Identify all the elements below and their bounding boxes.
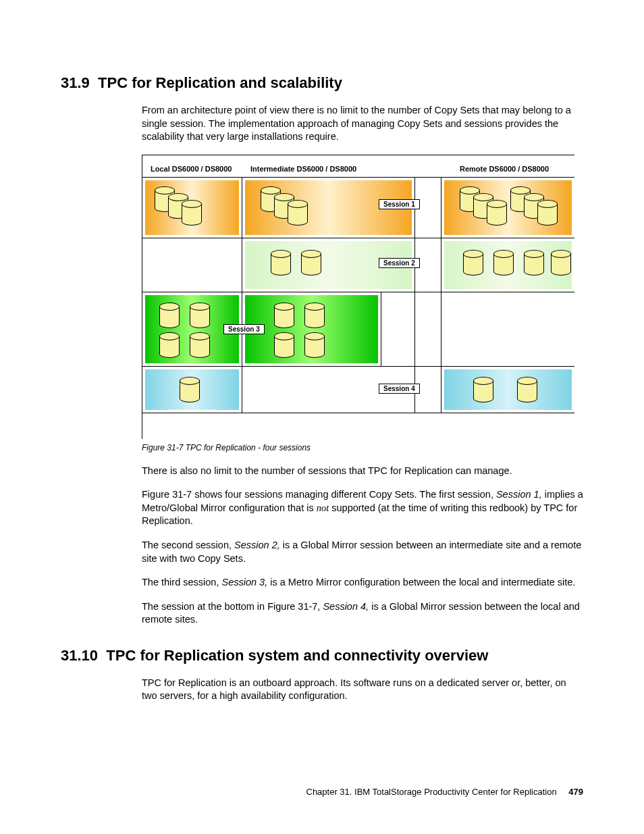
paragraph: From an architecture point of view there… <box>61 104 583 144</box>
session-4-label: Session 4 <box>379 384 420 394</box>
cylinder-icon <box>190 303 210 328</box>
cylinder-icon <box>493 250 514 276</box>
paragraph: There is also no limit to the number of … <box>61 465 583 478</box>
section-heading-31-9: 31.9 TPC for Replication and scalability <box>61 74 583 92</box>
column-header-intermediate: Intermediate DS6000 / DS8000 <box>250 165 356 173</box>
section-title: TPC for Replication and scalability <box>98 74 342 91</box>
cylinder-icon <box>537 200 558 226</box>
cylinder-icon <box>524 250 544 276</box>
session-row-1 <box>142 177 574 238</box>
cylinder-icon <box>190 332 210 358</box>
cylinder-icon <box>271 250 291 276</box>
cylinder-icon <box>304 303 325 328</box>
session-3-label: Session 3 <box>223 324 265 334</box>
cylinder-icon <box>182 200 202 226</box>
cylinder-icon <box>288 200 308 226</box>
cylinder-icon <box>159 303 180 328</box>
session-1-label: Session 1 <box>379 199 420 209</box>
section-heading-31-10: 31.10 TPC for Replication system and con… <box>61 647 583 664</box>
paragraph: TPC for Replication is an outboard appro… <box>61 677 583 703</box>
cylinder-icon <box>463 250 483 276</box>
cylinder-icon <box>180 377 200 402</box>
paragraph: The third session, Session 3, is a Metro… <box>61 576 583 590</box>
cylinder-icon <box>473 377 493 402</box>
column-header-local: Local DS6000 / DS8000 <box>151 165 232 173</box>
paragraph: Figure 31-7 shows four sessions managing… <box>61 488 583 528</box>
cylinder-icon <box>304 332 325 358</box>
section-number: 31.9 <box>61 74 90 91</box>
figure-caption: Figure 31-7 TPC for Replication - four s… <box>61 443 583 452</box>
cylinder-icon <box>301 250 321 276</box>
session-row-4 <box>142 366 574 413</box>
session-2-label: Session 2 <box>379 258 420 268</box>
cylinder-icon <box>487 200 507 226</box>
paragraph: The session at the bottom in Figure 31-7… <box>61 600 583 627</box>
page: 31.9 TPC for Replication and scalability… <box>0 0 644 834</box>
section-number: 31.10 <box>61 647 98 664</box>
page-footer: Chapter 31. IBM TotalStorage Productivit… <box>306 787 584 797</box>
section-title: TPC for Replication system and connectiv… <box>106 647 488 664</box>
cylinder-icon <box>159 332 180 358</box>
footer-chapter: Chapter 31. IBM TotalStorage Productivit… <box>306 787 557 797</box>
cylinder-icon <box>274 332 294 358</box>
cylinder-icon <box>274 303 294 328</box>
figure-canvas: Local DS6000 / DS8000 Intermediate DS600… <box>142 155 574 439</box>
cylinder-icon <box>517 377 537 402</box>
footer-page-number: 479 <box>568 787 583 797</box>
cylinder-icon <box>551 250 571 276</box>
paragraph: The second session, Session 2, is a Glob… <box>61 539 583 565</box>
column-header-remote: Remote DS6000 / DS8000 <box>460 165 549 173</box>
figure-31-7: Local DS6000 / DS8000 Intermediate DS600… <box>61 155 583 439</box>
